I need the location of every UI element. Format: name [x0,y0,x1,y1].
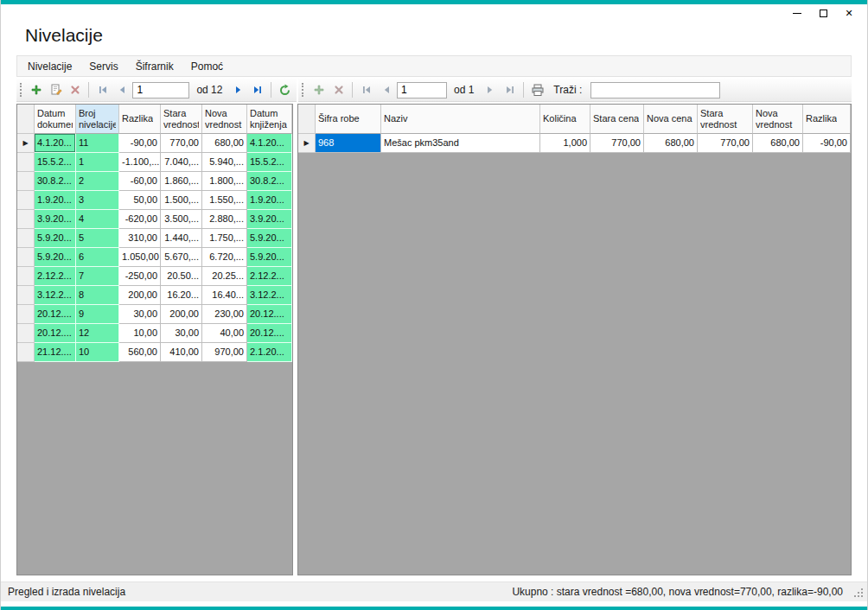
move-next-button[interactable] [229,81,247,99]
add-item-button[interactable] [310,81,328,99]
move-previous-button[interactable] [113,81,131,99]
cell[interactable]: 1 [76,153,119,172]
cell[interactable]: 15.5.2... [247,153,292,172]
cell[interactable]: 16.20... [161,286,202,305]
cell[interactable]: 10 [76,343,119,362]
cell[interactable]: 3.12.2... [35,286,76,305]
cell[interactable]: 970,00 [202,343,247,362]
nivelacije-grid[interactable]: Datum dokumenBroj nivelacijeRazlikaStara… [16,104,293,575]
cell[interactable]: 3.9.20... [35,210,76,229]
menu-item-pomoc[interactable]: Pomoć [182,56,232,76]
cell[interactable]: 6 [76,248,119,267]
row-indicator[interactable]: ▶ [17,134,35,153]
cell[interactable]: 680,00 [202,134,247,153]
column-header[interactable]: Nova cena [644,105,698,134]
cell[interactable]: 30,00 [161,324,202,343]
stavke-grid[interactable]: Šifra robeNazivKoličinaStara cenaNova ce… [297,104,852,575]
cell[interactable]: 2 [76,172,119,191]
edit-record-button[interactable] [47,81,65,99]
column-header[interactable]: Nova vrednost [202,105,247,134]
cell[interactable]: -1.100,... [119,153,161,172]
cell[interactable]: 5.940,... [202,153,247,172]
move-next-button[interactable] [481,81,499,99]
cell[interactable]: 15.5.2... [35,153,76,172]
cell[interactable]: 200,00 [161,305,202,324]
cell[interactable]: Mešac pkm35and [381,134,540,153]
cell[interactable]: 7.040,... [161,153,202,172]
cell[interactable]: 968 [316,134,381,153]
move-first-button[interactable] [357,81,375,99]
cell[interactable]: 1.9.20... [35,191,76,210]
row-indicator[interactable]: ▶ [298,134,316,153]
row-indicator[interactable] [17,229,35,248]
toolbar-grip[interactable] [302,83,305,97]
cell[interactable]: -620,00 [119,210,161,229]
row-indicator[interactable] [17,267,35,286]
cell[interactable]: 5.9.20... [247,229,292,248]
minimize-button[interactable] [784,4,810,22]
cell[interactable]: 1.9.20... [247,191,292,210]
item-position-input[interactable] [397,82,447,98]
cell[interactable]: 560,00 [119,343,161,362]
column-header[interactable]: Broj nivelacije [76,105,119,134]
cell[interactable]: 21.12.... [35,343,76,362]
column-header[interactable]: Stara cena [590,105,644,134]
column-header[interactable]: Datum dokumen [35,105,76,134]
cell[interactable]: 20.12.... [247,305,292,324]
cell[interactable]: 16.40... [202,286,247,305]
cell[interactable]: 5.670,... [161,248,202,267]
delete-record-button[interactable] [67,81,85,99]
cell[interactable]: 12 [76,324,119,343]
cell[interactable]: 11 [76,134,119,153]
menu-item-sifrarnik[interactable]: Šifrarnik [127,56,182,76]
add-record-button[interactable] [28,81,46,99]
cell[interactable]: 30.8.2... [35,172,76,191]
cell[interactable]: 10,00 [119,324,161,343]
column-header[interactable]: Stara vrednost [698,105,753,134]
row-indicator[interactable] [17,153,35,172]
cell[interactable]: 3.500,... [161,210,202,229]
cell[interactable]: 8 [76,286,119,305]
cell[interactable]: 1,000 [540,134,590,153]
cell[interactable]: 30,00 [119,305,161,324]
cell[interactable]: 1.440,... [161,229,202,248]
menu-item-servis[interactable]: Servis [80,56,126,76]
cell[interactable]: 770,00 [161,134,202,153]
cell[interactable]: 5.9.20... [35,229,76,248]
search-input[interactable] [590,82,720,98]
cell[interactable]: -90,00 [803,134,851,153]
resize-grip-icon[interactable] [852,586,864,598]
cell[interactable]: 5 [76,229,119,248]
cell[interactable]: 1.800,... [202,172,247,191]
cell[interactable]: 770,00 [698,134,753,153]
column-header[interactable]: Naziv [381,105,540,134]
position-input[interactable] [132,82,189,98]
print-button[interactable] [528,81,546,99]
column-header[interactable]: Stara vrednost [161,105,202,134]
toolbar-grip[interactable] [20,83,23,97]
maximize-button[interactable] [810,4,836,22]
row-indicator[interactable] [17,324,35,343]
close-button[interactable]: ✕ [836,4,862,22]
cell[interactable]: 7 [76,267,119,286]
cell[interactable]: 200,00 [119,286,161,305]
cell[interactable]: 4 [76,210,119,229]
cell[interactable]: 1.750,... [202,229,247,248]
cell[interactable]: 5.9.20... [247,248,292,267]
cell[interactable]: 20.12.... [247,324,292,343]
cell[interactable]: 3.9.20... [247,210,292,229]
cell[interactable]: 2.880,... [202,210,247,229]
cell[interactable]: 20.50... [161,267,202,286]
row-indicator[interactable] [17,172,35,191]
refresh-button[interactable] [276,81,294,99]
cell[interactable]: 20.12.... [35,305,76,324]
cell[interactable]: 310,00 [119,229,161,248]
move-last-button[interactable] [501,81,519,99]
cell[interactable]: 20.12.... [35,324,76,343]
cell[interactable]: -90,00 [119,134,161,153]
column-header[interactable]: Razlika [803,105,851,134]
delete-item-button[interactable] [329,81,348,99]
cell[interactable]: 4.1.20... [247,134,292,153]
cell[interactable]: 2.12.2... [35,267,76,286]
cell[interactable]: 3 [76,191,119,210]
